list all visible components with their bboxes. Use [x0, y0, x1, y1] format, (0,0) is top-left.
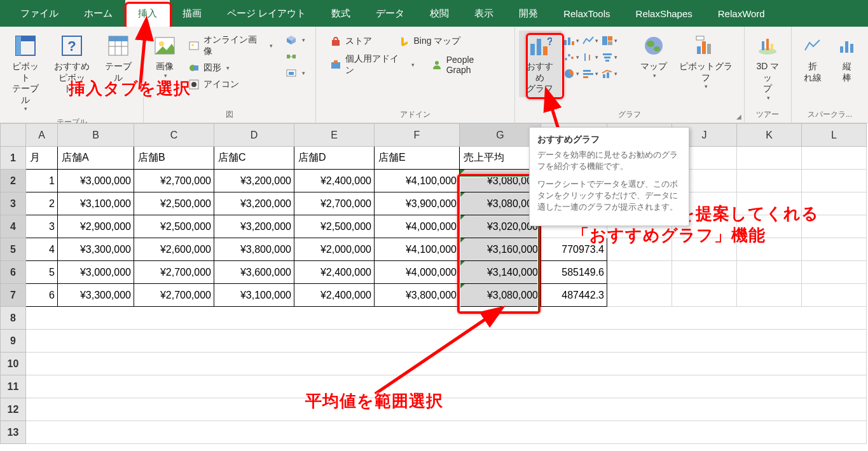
online-pictures-button[interactable]: オンライン画像 — [186, 33, 275, 58]
cell[interactable]: ¥2,500,000 — [134, 192, 214, 215]
cell[interactable]: 5 — [26, 261, 58, 284]
cell[interactable] — [737, 238, 802, 261]
icons-button[interactable]: アイコン — [186, 77, 275, 91]
tab-review[interactable]: 校閲 — [417, 0, 462, 27]
3d-models-button[interactable] — [283, 33, 308, 47]
col-L[interactable]: L — [802, 124, 867, 147]
col-A[interactable]: A — [26, 124, 58, 147]
cell[interactable]: ¥3,000,000 — [58, 170, 134, 192]
col-K[interactable]: K — [737, 124, 802, 147]
cell[interactable]: ¥3,100,000 — [214, 284, 294, 307]
row-13[interactable]: 13 — [1, 421, 26, 444]
tab-home[interactable]: ホーム — [71, 0, 125, 27]
tab-file[interactable]: ファイル — [8, 0, 71, 27]
row-9[interactable]: 9 — [1, 330, 26, 353]
chart-funnel-button[interactable] — [601, 50, 617, 65]
cell[interactable]: ¥2,500,000 — [294, 215, 375, 238]
cell[interactable]: ¥3,900,000 — [375, 192, 460, 215]
row-5[interactable]: 5 — [1, 238, 26, 261]
cell[interactable]: ¥2,700,000 — [134, 284, 214, 307]
chart-pie-button[interactable] — [563, 66, 579, 81]
tab-relaxtools[interactable]: RelaxTools — [551, 0, 623, 27]
col-D[interactable]: D — [214, 124, 294, 147]
col-B[interactable]: B — [58, 124, 134, 147]
select-all-corner[interactable] — [1, 124, 26, 147]
pictures-button[interactable]: 画像 — [148, 30, 182, 81]
cell[interactable]: 店舗D — [294, 147, 375, 170]
cell[interactable]: 4 — [26, 238, 58, 261]
cell[interactable]: ¥3,100,000 — [58, 192, 134, 215]
row-12[interactable]: 12 — [1, 398, 26, 421]
my-addins-button[interactable]: 個人用アドイン — [327, 52, 417, 77]
cell[interactable] — [26, 421, 867, 444]
cell[interactable] — [802, 215, 867, 238]
cell[interactable]: ¥4,000,000 — [375, 261, 460, 284]
cell[interactable] — [607, 261, 672, 284]
chart-column-button[interactable] — [563, 33, 579, 48]
cell[interactable] — [802, 192, 867, 215]
store-button[interactable]: ストア — [327, 34, 375, 48]
screenshot-button[interactable] — [283, 66, 308, 80]
cell[interactable] — [607, 284, 672, 307]
cell[interactable]: ¥3,800,000 — [214, 238, 294, 261]
chart-combo-button[interactable] — [601, 66, 617, 81]
cell[interactable]: ¥2,700,000 — [134, 170, 214, 192]
charts-dialog-launcher[interactable]: ◢ — [736, 113, 741, 120]
row-4[interactable]: 4 — [1, 215, 26, 238]
cell[interactable]: ¥4,100,000 — [375, 238, 460, 261]
table-button[interactable]: テーブル — [97, 30, 139, 86]
cell[interactable] — [26, 330, 867, 353]
tab-draw[interactable]: 描画 — [170, 0, 214, 27]
recommended-charts-button[interactable]: ? おすすめ グラフ — [519, 30, 561, 97]
cell[interactable] — [737, 284, 802, 307]
row-10[interactable]: 10 — [1, 353, 26, 375]
cell[interactable]: ¥2,400,000 — [294, 261, 375, 284]
cell[interactable]: ¥3,200,000 — [214, 215, 294, 238]
cell[interactable] — [672, 238, 737, 261]
cell[interactable] — [737, 147, 802, 170]
tab-relaxword[interactable]: RelaxWord — [705, 0, 778, 27]
cell[interactable]: 月 — [26, 147, 58, 170]
cell[interactable]: ¥4,100,000 — [375, 170, 460, 192]
worksheet[interactable]: A B C D E F G H I J K L 1 月 店舗A 店舗B 店舗C … — [0, 123, 868, 444]
cell[interactable]: ¥3,200,000 — [214, 170, 294, 192]
pivot-table-button[interactable]: ピボット テーブル — [4, 30, 46, 114]
cell[interactable]: ¥2,700,000 — [294, 192, 375, 215]
cell[interactable]: 6 — [26, 284, 58, 307]
cell[interactable] — [26, 353, 867, 375]
cell[interactable]: 487442.3 — [541, 284, 607, 307]
cell[interactable]: 770973.4 — [541, 238, 607, 261]
3d-map-button[interactable]: 3D マッ プ — [748, 30, 787, 104]
cell[interactable]: ¥2,400,000 — [294, 284, 375, 307]
bing-maps-button[interactable]: Bing マップ — [396, 34, 464, 48]
shapes-button[interactable]: 図形 — [186, 61, 275, 75]
cell[interactable]: ¥3,080,000 — [460, 284, 541, 307]
cell[interactable] — [737, 170, 802, 192]
row-8[interactable]: 8 — [1, 307, 26, 330]
cell[interactable] — [802, 238, 867, 261]
cell[interactable] — [26, 307, 867, 330]
cell[interactable] — [672, 284, 737, 307]
cell[interactable]: ¥3,300,000 — [58, 284, 134, 307]
tab-developer[interactable]: 開発 — [506, 0, 551, 27]
sparkline-line-button[interactable]: 折 れ線 — [796, 30, 830, 86]
tab-pagelayout[interactable]: ページ レイアウト — [214, 0, 319, 27]
chart-bar-button[interactable] — [582, 66, 598, 81]
cell[interactable]: ¥3,160,000 — [460, 238, 541, 261]
cell[interactable]: ¥2,400,000 — [294, 170, 375, 192]
cell[interactable] — [672, 261, 737, 284]
chart-scatter-button[interactable] — [563, 50, 579, 65]
row-2[interactable]: 2 — [1, 170, 26, 192]
cell[interactable]: ¥2,500,000 — [134, 215, 214, 238]
cell[interactable] — [737, 261, 802, 284]
cell[interactable]: 店舗E — [375, 147, 460, 170]
row-6[interactable]: 6 — [1, 261, 26, 284]
cell[interactable]: ¥3,000,000 — [58, 261, 134, 284]
recommended-pivot-button[interactable]: ? おすすめ ピボット... — [46, 30, 97, 97]
chart-stock-button[interactable] — [582, 50, 598, 65]
cell[interactable] — [737, 215, 802, 238]
sparkline-column-button[interactable]: 縦 棒 — [830, 30, 864, 86]
cell[interactable] — [802, 170, 867, 192]
tab-data[interactable]: データ — [363, 0, 417, 27]
row-1[interactable]: 1 — [1, 147, 26, 170]
